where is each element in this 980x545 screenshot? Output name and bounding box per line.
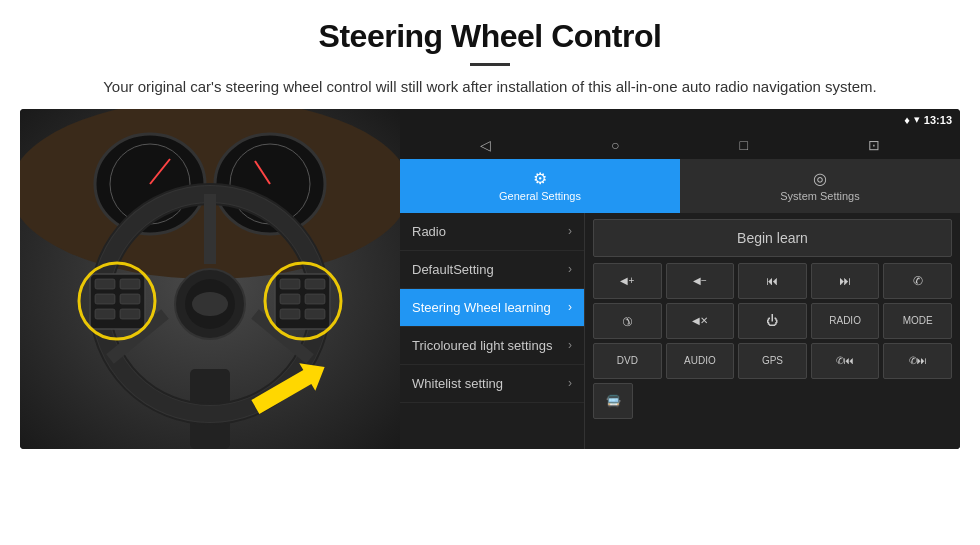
header-description: Your original car's steering wheel contr…	[20, 76, 960, 99]
bottom-nav-icon: 🚍	[606, 394, 621, 408]
home-nav-icon[interactable]: ○	[611, 137, 619, 153]
gps-label: GPS	[762, 355, 783, 366]
audio-label: AUDIO	[684, 355, 716, 366]
dvd-button[interactable]: DVD	[593, 343, 662, 379]
radio-button[interactable]: RADIO	[811, 303, 880, 339]
svg-rect-30	[280, 309, 300, 319]
nav-bar: ◁ ○ □ ⊡	[400, 131, 960, 159]
menu-whitelist-chevron: ›	[568, 376, 572, 390]
power-icon: ⏻	[766, 314, 778, 328]
menu-steering-chevron: ›	[568, 300, 572, 314]
phone-prev-icon: ✆⏮	[836, 355, 854, 366]
svg-rect-20	[120, 279, 140, 289]
begin-learn-row: Begin learn	[593, 219, 952, 257]
dvd-label: DVD	[617, 355, 638, 366]
left-menu: Radio › DefaultSetting › Steering Wheel …	[400, 213, 585, 449]
page-header: Steering Wheel Control Your original car…	[0, 0, 980, 109]
tab-system-settings[interactable]: ◎ System Settings	[680, 159, 960, 213]
gps-button[interactable]: GPS	[738, 343, 807, 379]
prev-track-icon: ⏮	[766, 274, 778, 288]
mute-button[interactable]: ◀✕	[666, 303, 735, 339]
svg-rect-31	[305, 309, 325, 319]
radio-label: RADIO	[829, 315, 861, 326]
menu-item-tricoloured[interactable]: Tricoloured light settings ›	[400, 327, 584, 365]
next-track-button[interactable]: ⏭	[811, 263, 880, 299]
recent-nav-icon[interactable]: □	[740, 137, 748, 153]
menu-radio-label: Radio	[412, 224, 446, 239]
vol-up-button[interactable]: ◀+	[593, 263, 662, 299]
mode-button[interactable]: MODE	[883, 303, 952, 339]
phone-answer-button[interactable]: ✆	[883, 263, 952, 299]
tab-general-label: General Settings	[499, 190, 581, 202]
menu-item-whitelist[interactable]: Whitelist setting ›	[400, 365, 584, 403]
phone-next-button[interactable]: ✆⏭	[883, 343, 952, 379]
system-settings-icon: ◎	[813, 169, 827, 188]
header-divider	[470, 63, 510, 66]
wifi-icon: ▾	[914, 113, 920, 126]
control-grid: ◀+ ◀− ⏮ ⏭ ✆ ✆	[593, 263, 952, 379]
phone-answer-icon: ✆	[913, 274, 923, 288]
tab-system-label: System Settings	[780, 190, 859, 202]
status-bar-icons: ♦ ▾ 13:13	[904, 113, 952, 126]
android-screen: ♦ ▾ 13:13 ◁ ○ □ ⊡ ⚙ General Settings ◎ S…	[400, 109, 960, 449]
mute-icon: ◀✕	[692, 315, 708, 326]
svg-rect-26	[280, 279, 300, 289]
mode-label: MODE	[903, 315, 933, 326]
begin-learn-button[interactable]: Begin learn	[593, 219, 952, 257]
back-nav-icon[interactable]: ◁	[480, 137, 491, 153]
svg-rect-23	[95, 309, 115, 319]
menu-radio-chevron: ›	[568, 224, 572, 238]
svg-rect-22	[120, 294, 140, 304]
menu-item-steering-wheel[interactable]: Steering Wheel learning ›	[400, 289, 584, 327]
next-track-icon: ⏭	[839, 274, 851, 288]
svg-rect-28	[280, 294, 300, 304]
status-time: 13:13	[924, 114, 952, 126]
svg-rect-29	[305, 294, 325, 304]
menu-tricoloured-chevron: ›	[568, 338, 572, 352]
main-content: ♦ ▾ 13:13 ◁ ○ □ ⊡ ⚙ General Settings ◎ S…	[0, 109, 980, 449]
bottom-nav-button[interactable]: 🚍	[593, 383, 633, 419]
svg-rect-24	[120, 309, 140, 319]
svg-rect-19	[95, 279, 115, 289]
menu-item-radio[interactable]: Radio ›	[400, 213, 584, 251]
right-panel: Begin learn ◀+ ◀− ⏮ ⏭	[585, 213, 960, 449]
location-icon: ♦	[904, 114, 910, 126]
menu-steering-label: Steering Wheel learning	[412, 300, 551, 315]
audio-button[interactable]: AUDIO	[666, 343, 735, 379]
vol-down-icon: ◀−	[693, 275, 707, 286]
steering-wheel-image	[20, 109, 400, 449]
menu-default-label: DefaultSetting	[412, 262, 494, 277]
vol-down-button[interactable]: ◀−	[666, 263, 735, 299]
power-button[interactable]: ⏻	[738, 303, 807, 339]
svg-rect-27	[305, 279, 325, 289]
settings-content: Radio › DefaultSetting › Steering Wheel …	[400, 213, 960, 449]
svg-rect-21	[95, 294, 115, 304]
prev-track-button[interactable]: ⏮	[738, 263, 807, 299]
status-bar: ♦ ▾ 13:13	[400, 109, 960, 131]
menu-default-chevron: ›	[568, 262, 572, 276]
phone-hangup-button[interactable]: ✆	[593, 303, 662, 339]
settings-tabs: ⚙ General Settings ◎ System Settings	[400, 159, 960, 213]
page-title: Steering Wheel Control	[20, 18, 960, 55]
phone-next-icon: ✆⏭	[909, 355, 927, 366]
phone-prev-button[interactable]: ✆⏮	[811, 343, 880, 379]
screenshot-nav-icon[interactable]: ⊡	[868, 137, 880, 153]
menu-item-default-setting[interactable]: DefaultSetting ›	[400, 251, 584, 289]
vol-up-icon: ◀+	[620, 275, 634, 286]
menu-tricoloured-label: Tricoloured light settings	[412, 338, 552, 353]
tab-general-settings[interactable]: ⚙ General Settings	[400, 159, 680, 213]
svg-point-17	[192, 292, 228, 316]
general-settings-icon: ⚙	[533, 169, 547, 188]
menu-whitelist-label: Whitelist setting	[412, 376, 503, 391]
phone-hangup-icon: ✆	[619, 312, 636, 329]
